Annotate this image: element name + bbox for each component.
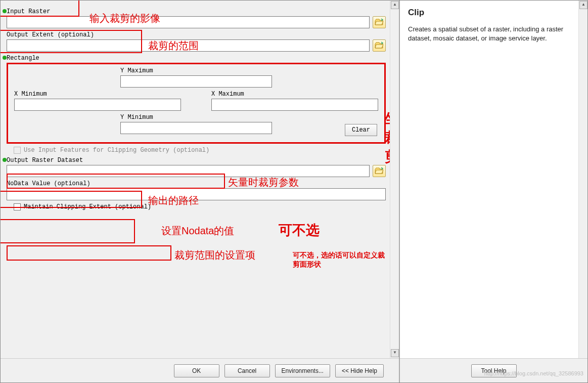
- folder-open-icon: [375, 41, 384, 50]
- y-max-label: Y Maximum: [120, 67, 272, 74]
- output-extent-field: Output Extent (optional): [7, 31, 386, 52]
- x-min-col: X Minimum: [14, 91, 181, 111]
- x-max-col: X Maximum: [211, 91, 378, 111]
- rectangle-label: Rectangle: [7, 55, 386, 62]
- scroll-down-icon[interactable]: ▼: [391, 349, 399, 357]
- x-max-input[interactable]: [211, 99, 378, 111]
- anno-box-nodata: [1, 219, 135, 243]
- anno-text-maintain-ext-note: 可不选，选的话可以自定义裁剪面形状: [293, 251, 390, 269]
- anno-text-maintain-ext: 裁剪范围的设置项: [174, 248, 255, 262]
- y-min-input[interactable]: [120, 122, 272, 134]
- nodata-input[interactable]: [7, 188, 386, 200]
- help-pane: Clip Creates a spatial subset of a raste…: [399, 1, 587, 382]
- help-scrollbar[interactable]: ▲: [578, 1, 587, 358]
- x-min-input[interactable]: [14, 99, 181, 111]
- y-min-col: Y Minimum: [120, 114, 272, 134]
- y-max-input[interactable]: [120, 75, 272, 88]
- required-dot-icon: [3, 56, 7, 60]
- environments-button[interactable]: Environments...: [275, 364, 330, 377]
- input-raster-browse-button[interactable]: [373, 16, 386, 28]
- left-scrollbar[interactable]: ▲ ▼: [390, 1, 399, 358]
- app-window: Input Raster Output Extent (optional): [0, 0, 588, 383]
- anno-box-maintain-ext: [7, 245, 171, 261]
- folder-open-icon: [375, 18, 384, 26]
- maintain-extent-label: Maintain Clipping Extent (optional): [24, 203, 151, 210]
- y-min-label: Y Minimum: [120, 114, 272, 121]
- watermark-text: http://https://blog.csdn.net/qq_32586993: [484, 370, 583, 376]
- maintain-extent-row: Maintain Clipping Extent (optional): [14, 203, 386, 210]
- input-raster-field: Input Raster: [7, 8, 386, 28]
- help-title: Clip: [408, 8, 570, 18]
- rectangle-box: Y Maximum X Minimum X Maximum: [7, 63, 386, 144]
- output-extent-label: Output Extent (optional): [7, 31, 386, 38]
- ok-button[interactable]: OK: [174, 364, 219, 377]
- help-button-bar: Tool Help http://https://blog.csdn.net/q…: [400, 358, 587, 382]
- required-dot-icon: [3, 9, 7, 13]
- maintain-extent-checkbox[interactable]: [14, 203, 21, 210]
- output-raster-input[interactable]: [7, 165, 370, 177]
- use-input-features-label: Use Input Features for Clipping Geometry…: [24, 147, 209, 154]
- left-button-bar: OK Cancel Environments... << Hide Help: [1, 358, 399, 382]
- input-raster-input[interactable]: [7, 16, 370, 28]
- hide-help-button[interactable]: << Hide Help: [335, 364, 384, 377]
- scroll-up-icon[interactable]: ▲: [391, 1, 399, 9]
- output-raster-label: Output Raster Dataset: [7, 157, 386, 164]
- clear-button[interactable]: Clear: [345, 124, 377, 136]
- folder-open-icon: [375, 167, 384, 175]
- help-content: Clip Creates a spatial subset of a raste…: [400, 1, 578, 358]
- output-extent-browse-button[interactable]: [373, 39, 386, 52]
- left-pane: Input Raster Output Extent (optional): [1, 1, 399, 382]
- anno-text-nodata: 设置Nodata的值: [161, 224, 235, 238]
- cancel-button[interactable]: Cancel: [224, 364, 270, 377]
- output-raster-browse-button[interactable]: [373, 165, 386, 177]
- output-extent-input[interactable]: [7, 39, 370, 52]
- anno-text-optional-big: 可不选: [279, 221, 320, 239]
- use-input-features-row: Use Input Features for Clipping Geometry…: [14, 147, 386, 154]
- scroll-up-icon[interactable]: ▲: [579, 1, 587, 9]
- form-area: Input Raster Output Extent (optional): [1, 1, 390, 358]
- nodata-field: NoData Value (optional): [7, 180, 386, 200]
- x-min-label: X Minimum: [14, 91, 181, 98]
- x-max-label: X Maximum: [211, 91, 378, 98]
- input-raster-label: Input Raster: [7, 8, 386, 15]
- nodata-label: NoData Value (optional): [7, 180, 386, 187]
- use-input-features-checkbox[interactable]: [14, 147, 21, 154]
- help-description: Creates a spatial subset of a raster, in…: [408, 25, 570, 43]
- required-dot-icon: [3, 158, 7, 162]
- rectangle-section: Rectangle Y Maximum X Minimum: [7, 55, 386, 144]
- output-raster-field: Output Raster Dataset: [7, 157, 386, 177]
- y-max-col: Y Maximum: [120, 67, 272, 88]
